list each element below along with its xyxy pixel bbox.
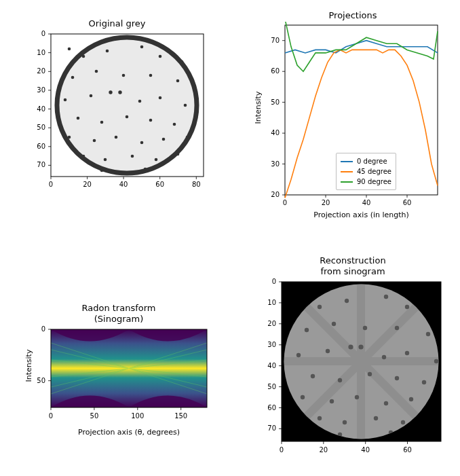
y-axis-label: Intensity — [254, 88, 263, 128]
svg-point-127 — [382, 355, 386, 359]
svg-text:40: 40 — [37, 105, 45, 113]
figure: Original grey — [0, 0, 460, 476]
svg-point-35 — [176, 153, 180, 156]
svg-text:70: 70 — [267, 424, 276, 432]
svg-text:20: 20 — [267, 320, 276, 327]
legend-swatch-icon — [341, 171, 353, 172]
svg-point-143 — [374, 416, 378, 420]
svg-text:0: 0 — [272, 278, 276, 285]
svg-text:10: 10 — [267, 299, 276, 306]
svg-point-138 — [384, 401, 388, 405]
svg-text:70: 70 — [271, 37, 280, 44]
svg-point-113 — [318, 305, 322, 309]
panel-original-grey: Original grey — [27, 31, 207, 197]
svg-text:50: 50 — [267, 383, 276, 390]
svg-text:70: 70 — [37, 161, 45, 168]
svg-point-6 — [159, 55, 162, 58]
svg-point-123 — [296, 353, 301, 357]
svg-point-130 — [311, 374, 315, 378]
original-grey-image: 0 20 40 60 80 0 10 20 30 40 50 60 70 — [27, 31, 207, 197]
svg-text:50: 50 — [271, 98, 280, 106]
svg-point-26 — [93, 139, 96, 143]
svg-point-31 — [82, 155, 85, 158]
svg-point-29 — [162, 138, 166, 141]
svg-point-115 — [384, 295, 388, 299]
svg-point-128 — [405, 351, 409, 355]
svg-point-32 — [104, 158, 107, 162]
x-axis-label: Projection axis (in length) — [285, 210, 438, 219]
svg-point-19 — [184, 104, 187, 107]
svg-point-122 — [426, 332, 430, 336]
svg-text:60: 60 — [37, 143, 45, 150]
x-axis-label: Projection axis (θ, degrees) — [51, 428, 207, 437]
svg-point-118 — [305, 328, 309, 332]
svg-point-24 — [173, 123, 176, 126]
svg-point-134 — [422, 380, 426, 384]
svg-point-3 — [82, 55, 85, 58]
svg-text:0: 0 — [49, 412, 53, 420]
svg-point-28 — [140, 141, 144, 145]
legend-swatch-icon — [341, 181, 353, 183]
svg-point-13 — [64, 98, 67, 102]
svg-point-12 — [176, 79, 180, 83]
svg-point-27 — [115, 136, 118, 139]
svg-text:60: 60 — [155, 181, 164, 188]
legend-label: 90 degree — [357, 177, 391, 187]
y-axis-label: Intensity — [24, 346, 33, 386]
sinogram-image: 0 50 100 150 0 50 — [27, 326, 210, 441]
svg-point-25 — [68, 136, 71, 139]
svg-text:20: 20 — [37, 67, 45, 75]
svg-text:80: 80 — [192, 181, 201, 188]
svg-point-23 — [149, 119, 153, 122]
svg-point-33 — [131, 155, 134, 158]
svg-point-2 — [68, 48, 71, 51]
svg-point-120 — [363, 326, 367, 330]
chart-title: Projections — [258, 10, 448, 21]
legend: 0 degree 45 degree 90 degree — [336, 153, 396, 190]
svg-point-121 — [395, 326, 399, 330]
panel-projections: Projections Intensity Projection axis (i… — [258, 22, 448, 222]
svg-text:100: 100 — [131, 412, 144, 420]
svg-point-10 — [122, 74, 126, 77]
svg-text:10: 10 — [37, 49, 45, 56]
svg-text:50: 50 — [37, 377, 45, 384]
svg-text:40: 40 — [119, 181, 128, 188]
legend-label: 45 degree — [357, 166, 391, 177]
svg-text:20: 20 — [271, 191, 280, 198]
svg-point-4 — [106, 50, 109, 53]
legend-swatch-icon — [341, 161, 353, 162]
reconstruction-image: 0 20 40 60 0 10 20 30 40 50 60 70 — [258, 278, 448, 469]
svg-point-142 — [343, 420, 347, 424]
svg-text:50: 50 — [37, 124, 45, 131]
chart-title: Reconstruction from sinogram — [258, 255, 448, 276]
svg-point-8 — [71, 76, 75, 79]
svg-point-11 — [149, 74, 153, 77]
svg-point-125 — [348, 344, 353, 349]
svg-text:50: 50 — [90, 412, 99, 420]
svg-point-17 — [138, 100, 142, 103]
svg-point-135 — [301, 395, 305, 399]
svg-point-133 — [395, 376, 399, 380]
svg-point-15 — [109, 90, 112, 94]
chart-title: Original grey — [27, 18, 207, 29]
svg-point-132 — [368, 372, 372, 376]
svg-point-20 — [77, 117, 80, 120]
svg-text:40: 40 — [362, 199, 371, 206]
svg-point-7 — [180, 60, 184, 64]
svg-point-21 — [100, 121, 104, 124]
svg-text:60: 60 — [403, 199, 412, 206]
svg-text:40: 40 — [361, 446, 370, 454]
legend-item-2: 90 degree — [341, 177, 391, 187]
svg-point-14 — [90, 94, 93, 98]
svg-point-30 — [186, 136, 189, 139]
svg-point-124 — [326, 349, 330, 353]
svg-point-141 — [318, 416, 322, 420]
svg-point-18 — [159, 96, 162, 100]
svg-point-34 — [155, 158, 158, 162]
svg-point-1 — [57, 37, 197, 173]
panel-sinogram: Radon transform (Sinogram) Intensity Pro… — [27, 326, 210, 441]
panel-reconstruction: Reconstruction from sinogram — [258, 278, 448, 469]
svg-text:40: 40 — [267, 362, 276, 369]
legend-item-0: 0 degree — [341, 156, 391, 166]
svg-text:60: 60 — [403, 446, 412, 454]
